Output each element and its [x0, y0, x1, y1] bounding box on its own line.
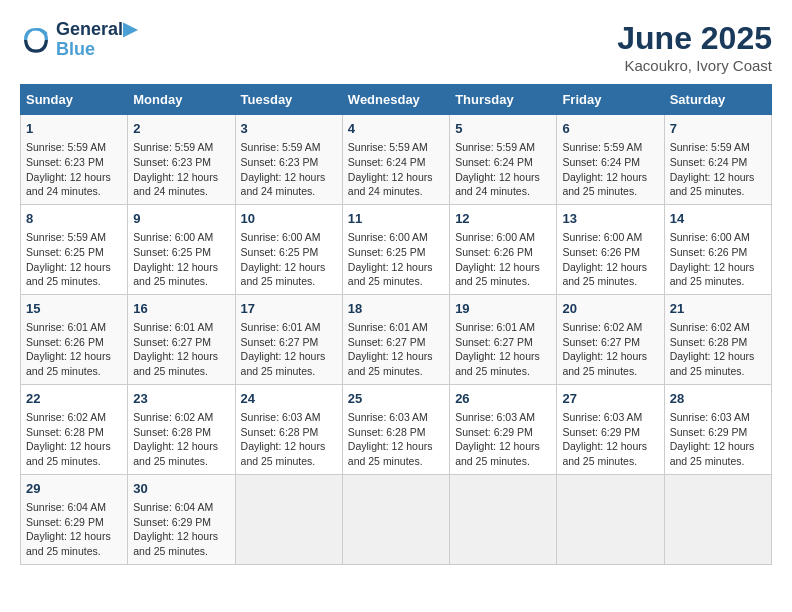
calendar-cell: [235, 474, 342, 564]
calendar-cell: 26Sunrise: 6:03 AM Sunset: 6:29 PM Dayli…: [450, 384, 557, 474]
calendar-cell: 14Sunrise: 6:00 AM Sunset: 6:26 PM Dayli…: [664, 204, 771, 294]
calendar-cell: 17Sunrise: 6:01 AM Sunset: 6:27 PM Dayli…: [235, 294, 342, 384]
day-number: 12: [455, 210, 551, 228]
day-number: 8: [26, 210, 122, 228]
calendar-cell: 8Sunrise: 5:59 AM Sunset: 6:25 PM Daylig…: [21, 204, 128, 294]
day-number: 1: [26, 120, 122, 138]
day-info: Sunrise: 5:59 AM Sunset: 6:23 PM Dayligh…: [133, 140, 229, 199]
subtitle: Kacoukro, Ivory Coast: [617, 57, 772, 74]
day-info: Sunrise: 5:59 AM Sunset: 6:23 PM Dayligh…: [26, 140, 122, 199]
calendar-cell: 9Sunrise: 6:00 AM Sunset: 6:25 PM Daylig…: [128, 204, 235, 294]
calendar-week-2: 8Sunrise: 5:59 AM Sunset: 6:25 PM Daylig…: [21, 204, 772, 294]
day-info: Sunrise: 6:04 AM Sunset: 6:29 PM Dayligh…: [133, 500, 229, 559]
day-header-wednesday: Wednesday: [342, 85, 449, 115]
calendar-cell: 24Sunrise: 6:03 AM Sunset: 6:28 PM Dayli…: [235, 384, 342, 474]
calendar-cell: 1Sunrise: 5:59 AM Sunset: 6:23 PM Daylig…: [21, 115, 128, 205]
day-number: 29: [26, 480, 122, 498]
day-number: 11: [348, 210, 444, 228]
day-number: 23: [133, 390, 229, 408]
calendar-header-row: SundayMondayTuesdayWednesdayThursdayFrid…: [21, 85, 772, 115]
title-area: June 2025 Kacoukro, Ivory Coast: [617, 20, 772, 74]
logo-text: General▶ Blue: [56, 20, 137, 60]
day-number: 16: [133, 300, 229, 318]
day-number: 18: [348, 300, 444, 318]
day-info: Sunrise: 6:03 AM Sunset: 6:29 PM Dayligh…: [670, 410, 766, 469]
calendar-body: 1Sunrise: 5:59 AM Sunset: 6:23 PM Daylig…: [21, 115, 772, 565]
calendar-cell: 21Sunrise: 6:02 AM Sunset: 6:28 PM Dayli…: [664, 294, 771, 384]
calendar-cell: 20Sunrise: 6:02 AM Sunset: 6:27 PM Dayli…: [557, 294, 664, 384]
day-header-saturday: Saturday: [664, 85, 771, 115]
day-info: Sunrise: 6:00 AM Sunset: 6:26 PM Dayligh…: [455, 230, 551, 289]
day-number: 7: [670, 120, 766, 138]
day-number: 3: [241, 120, 337, 138]
day-info: Sunrise: 6:00 AM Sunset: 6:25 PM Dayligh…: [133, 230, 229, 289]
calendar-cell: [557, 474, 664, 564]
calendar-cell: 29Sunrise: 6:04 AM Sunset: 6:29 PM Dayli…: [21, 474, 128, 564]
calendar-cell: 6Sunrise: 5:59 AM Sunset: 6:24 PM Daylig…: [557, 115, 664, 205]
day-number: 25: [348, 390, 444, 408]
day-header-thursday: Thursday: [450, 85, 557, 115]
calendar-week-1: 1Sunrise: 5:59 AM Sunset: 6:23 PM Daylig…: [21, 115, 772, 205]
main-title: June 2025: [617, 20, 772, 57]
day-number: 6: [562, 120, 658, 138]
day-info: Sunrise: 5:59 AM Sunset: 6:23 PM Dayligh…: [241, 140, 337, 199]
day-info: Sunrise: 6:01 AM Sunset: 6:27 PM Dayligh…: [133, 320, 229, 379]
day-info: Sunrise: 5:59 AM Sunset: 6:24 PM Dayligh…: [562, 140, 658, 199]
day-info: Sunrise: 6:04 AM Sunset: 6:29 PM Dayligh…: [26, 500, 122, 559]
day-info: Sunrise: 5:59 AM Sunset: 6:24 PM Dayligh…: [670, 140, 766, 199]
day-number: 30: [133, 480, 229, 498]
calendar-cell: 7Sunrise: 5:59 AM Sunset: 6:24 PM Daylig…: [664, 115, 771, 205]
calendar-cell: 11Sunrise: 6:00 AM Sunset: 6:25 PM Dayli…: [342, 204, 449, 294]
day-info: Sunrise: 6:01 AM Sunset: 6:26 PM Dayligh…: [26, 320, 122, 379]
calendar-cell: 5Sunrise: 5:59 AM Sunset: 6:24 PM Daylig…: [450, 115, 557, 205]
day-info: Sunrise: 5:59 AM Sunset: 6:24 PM Dayligh…: [455, 140, 551, 199]
day-number: 22: [26, 390, 122, 408]
calendar-cell: 16Sunrise: 6:01 AM Sunset: 6:27 PM Dayli…: [128, 294, 235, 384]
day-number: 26: [455, 390, 551, 408]
day-number: 13: [562, 210, 658, 228]
day-header-sunday: Sunday: [21, 85, 128, 115]
calendar-cell: 4Sunrise: 5:59 AM Sunset: 6:24 PM Daylig…: [342, 115, 449, 205]
calendar-cell: 15Sunrise: 6:01 AM Sunset: 6:26 PM Dayli…: [21, 294, 128, 384]
day-info: Sunrise: 6:03 AM Sunset: 6:29 PM Dayligh…: [562, 410, 658, 469]
day-info: Sunrise: 6:02 AM Sunset: 6:28 PM Dayligh…: [670, 320, 766, 379]
calendar-week-4: 22Sunrise: 6:02 AM Sunset: 6:28 PM Dayli…: [21, 384, 772, 474]
day-info: Sunrise: 6:00 AM Sunset: 6:25 PM Dayligh…: [241, 230, 337, 289]
calendar-cell: 19Sunrise: 6:01 AM Sunset: 6:27 PM Dayli…: [450, 294, 557, 384]
logo-icon: [20, 24, 52, 56]
day-info: Sunrise: 6:02 AM Sunset: 6:28 PM Dayligh…: [133, 410, 229, 469]
calendar-cell: 18Sunrise: 6:01 AM Sunset: 6:27 PM Dayli…: [342, 294, 449, 384]
day-info: Sunrise: 6:00 AM Sunset: 6:26 PM Dayligh…: [562, 230, 658, 289]
day-number: 27: [562, 390, 658, 408]
day-number: 20: [562, 300, 658, 318]
day-number: 28: [670, 390, 766, 408]
day-header-monday: Monday: [128, 85, 235, 115]
calendar-cell: 13Sunrise: 6:00 AM Sunset: 6:26 PM Dayli…: [557, 204, 664, 294]
calendar-cell: 23Sunrise: 6:02 AM Sunset: 6:28 PM Dayli…: [128, 384, 235, 474]
day-number: 5: [455, 120, 551, 138]
day-info: Sunrise: 5:59 AM Sunset: 6:25 PM Dayligh…: [26, 230, 122, 289]
day-info: Sunrise: 6:00 AM Sunset: 6:26 PM Dayligh…: [670, 230, 766, 289]
calendar-cell: [664, 474, 771, 564]
day-number: 4: [348, 120, 444, 138]
calendar-table: SundayMondayTuesdayWednesdayThursdayFrid…: [20, 84, 772, 565]
day-number: 14: [670, 210, 766, 228]
header: General▶ Blue June 2025 Kacoukro, Ivory …: [20, 20, 772, 74]
day-number: 21: [670, 300, 766, 318]
calendar-cell: 22Sunrise: 6:02 AM Sunset: 6:28 PM Dayli…: [21, 384, 128, 474]
calendar-week-5: 29Sunrise: 6:04 AM Sunset: 6:29 PM Dayli…: [21, 474, 772, 564]
calendar-cell: 3Sunrise: 5:59 AM Sunset: 6:23 PM Daylig…: [235, 115, 342, 205]
day-number: 2: [133, 120, 229, 138]
day-info: Sunrise: 6:01 AM Sunset: 6:27 PM Dayligh…: [241, 320, 337, 379]
day-info: Sunrise: 6:02 AM Sunset: 6:27 PM Dayligh…: [562, 320, 658, 379]
calendar-cell: 10Sunrise: 6:00 AM Sunset: 6:25 PM Dayli…: [235, 204, 342, 294]
day-number: 19: [455, 300, 551, 318]
day-info: Sunrise: 6:00 AM Sunset: 6:25 PM Dayligh…: [348, 230, 444, 289]
day-info: Sunrise: 6:03 AM Sunset: 6:28 PM Dayligh…: [348, 410, 444, 469]
day-info: Sunrise: 6:02 AM Sunset: 6:28 PM Dayligh…: [26, 410, 122, 469]
day-info: Sunrise: 5:59 AM Sunset: 6:24 PM Dayligh…: [348, 140, 444, 199]
day-info: Sunrise: 6:01 AM Sunset: 6:27 PM Dayligh…: [348, 320, 444, 379]
calendar-cell: [450, 474, 557, 564]
day-info: Sunrise: 6:01 AM Sunset: 6:27 PM Dayligh…: [455, 320, 551, 379]
calendar-cell: 27Sunrise: 6:03 AM Sunset: 6:29 PM Dayli…: [557, 384, 664, 474]
